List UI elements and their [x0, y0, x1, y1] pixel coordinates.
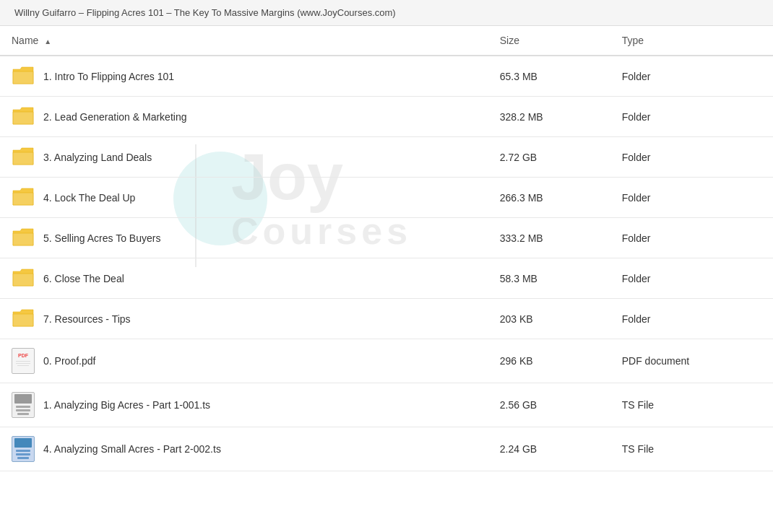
table-row[interactable]: 5. Selling Acres To Buyers 333.2 MB Fold… — [0, 218, 773, 258]
folder-icon — [12, 186, 35, 209]
ts-blue-icon — [12, 436, 35, 462]
table-row[interactable]: 6. Close The Deal 58.3 MB Folder — [0, 258, 773, 299]
file-type: Folder — [610, 299, 773, 339]
column-type: Type — [610, 26, 773, 56]
file-size: 2.56 GB — [488, 383, 610, 427]
table-row[interactable]: 3. Analyzing Land Deals 2.72 GB Folder — [0, 137, 773, 178]
window-title: Willny Guifarro – Flipping Acres 101 – T… — [14, 7, 396, 18]
sort-icon: ▲ — [44, 38, 51, 45]
ts-icon — [12, 392, 35, 418]
file-name: 1. Analyzing Big Acres - Part 1-001.ts — [43, 399, 210, 411]
file-name-cell: 4. Lock The Deal Up — [0, 178, 488, 218]
pdf-icon: PDF — [12, 348, 35, 374]
file-name-cell: 2. Lead Generation & Marketing — [0, 97, 488, 137]
table-row[interactable]: 7. Resources - Tips 203 KB Folder — [0, 299, 773, 339]
table-row[interactable]: 4. Analyzing Small Acres - Part 2-002.ts… — [0, 427, 773, 471]
file-name-cell: 7. Resources - Tips — [0, 299, 488, 339]
file-size: 2.72 GB — [488, 137, 610, 178]
file-table: Name ▲ Size Type 1. Intro To Flipping Ac… — [0, 26, 773, 471]
file-size: 333.2 MB — [488, 218, 610, 258]
file-type: Folder — [610, 137, 773, 178]
file-name-cell: 1. Analyzing Big Acres - Part 1-001.ts — [0, 383, 488, 427]
file-size: 328.2 MB — [488, 97, 610, 137]
table-row[interactable]: 2. Lead Generation & Marketing 328.2 MB … — [0, 97, 773, 137]
file-name-cell: 3. Analyzing Land Deals — [0, 137, 488, 178]
file-type: TS File — [610, 427, 773, 471]
file-size: 203 KB — [488, 299, 610, 339]
file-name-cell: PDF 0. Proof.pdf — [0, 339, 488, 383]
folder-icon — [12, 146, 35, 168]
file-name: 4. Lock The Deal Up — [43, 192, 135, 204]
file-size: 296 KB — [488, 339, 610, 383]
file-name-cell: 1. Intro To Flipping Acres 101 — [0, 56, 488, 97]
file-name: 2. Lead Generation & Marketing — [43, 111, 186, 123]
file-type: Folder — [610, 56, 773, 97]
file-name: 4. Analyzing Small Acres - Part 2-002.ts — [43, 443, 221, 455]
table-row[interactable]: PDF 0. Proof.pdf 296 KB PDF document — [0, 339, 773, 383]
file-name: 0. Proof.pdf — [43, 355, 95, 367]
file-type: TS File — [610, 383, 773, 427]
table-row[interactable]: 4. Lock The Deal Up 266.3 MB Folder — [0, 178, 773, 218]
folder-icon — [12, 267, 35, 289]
title-bar: Willny Guifarro – Flipping Acres 101 – T… — [0, 0, 773, 26]
file-list: 1. Intro To Flipping Acres 101 65.3 MB F… — [0, 56, 773, 471]
column-size: Size — [488, 26, 610, 56]
file-name: 1. Intro To Flipping Acres 101 — [43, 71, 174, 82]
folder-icon — [12, 105, 35, 128]
file-size: 58.3 MB — [488, 258, 610, 299]
file-type: Folder — [610, 178, 773, 218]
folder-icon — [12, 308, 35, 330]
file-name: 5. Selling Acres To Buyers — [43, 232, 160, 244]
table-header: Name ▲ Size Type — [0, 26, 773, 56]
file-name: 7. Resources - Tips — [43, 313, 131, 325]
file-type: Folder — [610, 258, 773, 299]
file-size: 266.3 MB — [488, 178, 610, 218]
file-size: 65.3 MB — [488, 56, 610, 97]
file-name-cell: 4. Analyzing Small Acres - Part 2-002.ts — [0, 427, 488, 471]
column-name: Name ▲ — [0, 26, 488, 56]
file-type: PDF document — [610, 339, 773, 383]
table-row[interactable]: 1. Intro To Flipping Acres 101 65.3 MB F… — [0, 56, 773, 97]
file-name: 6. Close The Deal — [43, 273, 124, 284]
file-type: Folder — [610, 97, 773, 137]
file-type: Folder — [610, 218, 773, 258]
folder-icon — [12, 227, 35, 249]
table-row[interactable]: 1. Analyzing Big Acres - Part 1-001.ts 2… — [0, 383, 773, 427]
file-size: 2.24 GB — [488, 427, 610, 471]
file-name-cell: 5. Selling Acres To Buyers — [0, 218, 488, 258]
file-name: 3. Analyzing Land Deals — [43, 152, 152, 163]
file-name-cell: 6. Close The Deal — [0, 258, 488, 299]
folder-icon — [12, 65, 35, 87]
